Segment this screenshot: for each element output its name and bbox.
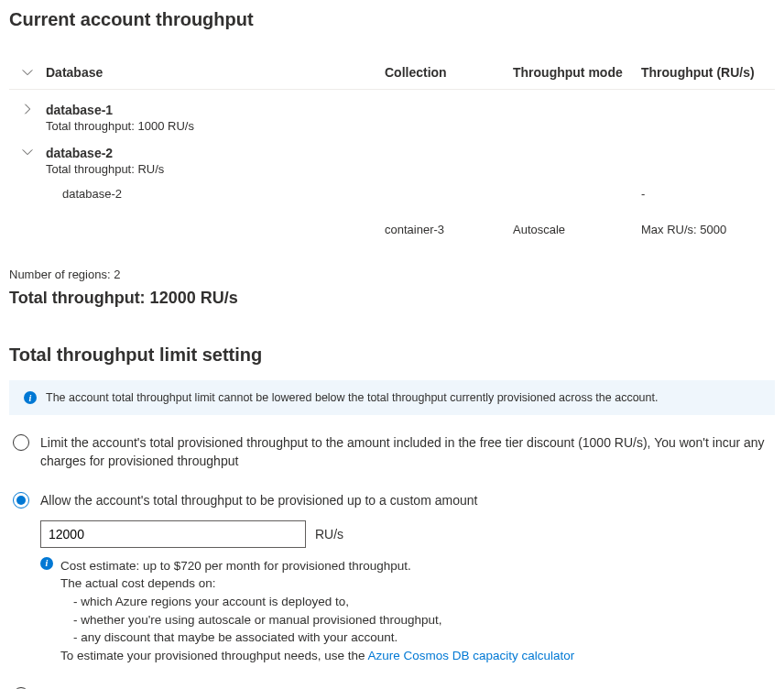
- expand-toggle-db2[interactable]: [9, 146, 46, 159]
- container-name: container-3: [385, 223, 513, 236]
- radio-label-free-tier: Limit the account's total provisioned th…: [40, 433, 775, 471]
- radio-button[interactable]: [13, 434, 29, 451]
- expand-toggle-db1[interactable]: [9, 103, 46, 115]
- db2-subtext: Total throughput: RU/s: [46, 162, 385, 176]
- banner-text: The account total throughput limit canno…: [46, 391, 658, 404]
- table-row: database-1 Total throughput: 1000 RU/s: [9, 90, 775, 133]
- db2-child-throughput: -: [641, 187, 775, 201]
- db2-child-name: database-2: [46, 187, 385, 201]
- expand-all-toggle[interactable]: [9, 66, 46, 79]
- radio-option-custom[interactable]: Allow the account's total throughput to …: [9, 491, 775, 509]
- chevron-down-icon: [21, 66, 34, 79]
- radio-button[interactable]: [13, 492, 29, 509]
- table-header-row: Database Collection Throughput mode Thro…: [9, 56, 775, 90]
- container-throughput: Max RU/s: 5000: [641, 223, 775, 236]
- table-row: database-2 Total throughput: RU/s: [9, 133, 775, 176]
- chevron-down-icon: [21, 146, 34, 159]
- custom-amount-input[interactable]: [40, 520, 306, 548]
- table-row: container-3 Autoscale Max RU/s: 5000: [9, 212, 775, 247]
- info-icon: i: [24, 391, 37, 404]
- page-title: Current account throughput: [9, 9, 775, 30]
- radio-option-free-tier[interactable]: Limit the account's total provisioned th…: [9, 433, 775, 471]
- regions-count: Number of regions: 2: [9, 268, 775, 281]
- capacity-calculator-link[interactable]: Azure Cosmos DB capacity calculator: [367, 649, 574, 662]
- db1-name: database-1: [46, 103, 385, 117]
- radio-label-custom: Allow the account's total throughput to …: [40, 491, 477, 509]
- header-database: Database: [46, 65, 385, 80]
- cost-estimate-text: Cost estimate: up to $720 per month for …: [60, 557, 775, 664]
- throughput-table: Database Collection Throughput mode Thro…: [9, 56, 775, 247]
- db1-subtext: Total throughput: 1000 RU/s: [46, 119, 385, 133]
- chevron-right-icon: [21, 103, 34, 115]
- section-title: Total throughput limit setting: [9, 344, 775, 366]
- db2-name: database-2: [46, 146, 385, 160]
- header-mode: Throughput mode: [513, 65, 641, 80]
- info-icon: i: [40, 557, 53, 570]
- info-banner: i The account total throughput limit can…: [9, 380, 775, 415]
- unit-label: RU/s: [315, 527, 343, 541]
- total-throughput: Total throughput: 12000 RU/s: [9, 289, 775, 308]
- table-row: database-2 -: [9, 176, 775, 212]
- container-mode: Autoscale: [513, 223, 641, 236]
- header-collection: Collection: [385, 65, 513, 80]
- header-throughput: Throughput (RU/s): [641, 65, 775, 80]
